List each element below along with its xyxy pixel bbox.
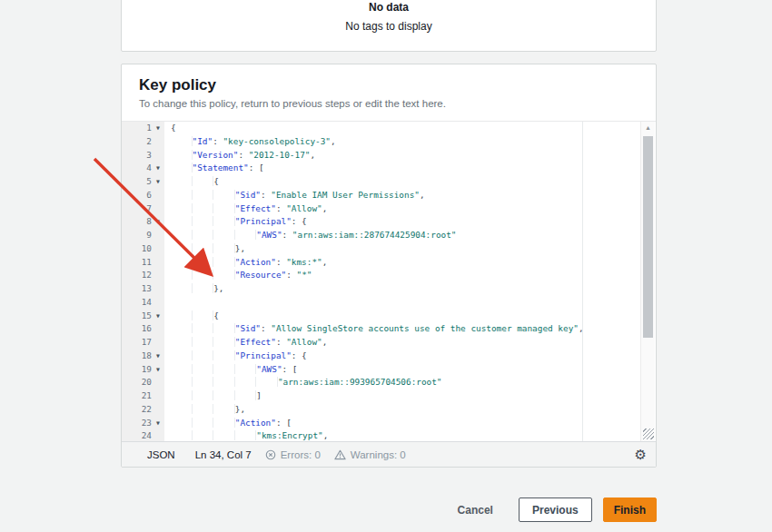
- fold-arrow-icon[interactable]: ▼: [152, 175, 164, 189]
- line-number: 19: [142, 363, 152, 377]
- gutter-line: 24: [122, 429, 164, 441]
- cancel-button[interactable]: Cancel: [450, 498, 500, 522]
- key-policy-title: Key policy: [139, 76, 638, 94]
- gutter-line: 2: [122, 135, 164, 149]
- code-line: "Effect": "Allow",: [171, 336, 640, 350]
- gutter-line: 11: [122, 256, 164, 270]
- code-line: "Sid": "Enable IAM User Permissions",: [171, 189, 640, 202]
- line-number: 24: [142, 429, 152, 441]
- page: No data No tags to display Key policy To…: [0, 0, 772, 532]
- gutter-line: 18▼: [122, 350, 164, 363]
- errors-label: Errors: 0: [281, 449, 321, 460]
- code-line: "AWS": "arn:aws:iam::287674425904:root": [171, 229, 640, 242]
- editor-resize-grip-icon[interactable]: [643, 429, 654, 439]
- code-line: "Statement": [: [171, 162, 640, 175]
- gutter-line: 12: [122, 269, 164, 282]
- line-number: 13: [142, 282, 152, 296]
- wizard-footer: Cancel Previous Finish: [121, 498, 657, 522]
- gutter-line: 19▼: [122, 363, 164, 377]
- gutter-line: 6: [122, 189, 164, 202]
- gear-icon: ⚙: [635, 447, 647, 462]
- code-line: "Principal": {: [171, 215, 640, 229]
- gutter-line: 23▼: [122, 417, 164, 430]
- code-line: },: [171, 403, 640, 417]
- code-line: },: [171, 242, 640, 256]
- fold-arrow-icon[interactable]: ▼: [152, 350, 164, 363]
- line-number: 18: [142, 350, 152, 363]
- gutter-line: 4▼: [122, 162, 164, 175]
- line-number: 7: [146, 202, 152, 216]
- editor-code-area[interactable]: { "Id": "key-consolepolicy-3", "Version"…: [164, 122, 640, 441]
- warnings-status: Warnings: 0: [334, 449, 406, 460]
- line-number: 9: [146, 229, 152, 242]
- gutter-line: 14: [122, 296, 164, 310]
- code-line: "Version": "2012-10-17",: [171, 149, 640, 163]
- gutter-line: 16: [122, 322, 164, 336]
- gutter-line: 9: [122, 229, 164, 242]
- code-line: "AWS": [: [171, 363, 640, 377]
- scrollbar-up-arrow-icon[interactable]: ▲: [641, 124, 655, 132]
- previous-button[interactable]: Previous: [519, 498, 592, 522]
- line-number: 14: [142, 296, 152, 310]
- line-number: 22: [142, 403, 152, 417]
- fold-arrow-icon[interactable]: ▼: [152, 310, 164, 323]
- code-line: [171, 296, 640, 310]
- line-number: 2: [146, 135, 152, 149]
- fold-arrow-icon[interactable]: ▼: [152, 122, 164, 135]
- editor-statusbar: JSON Ln 34, Col 7 Errors: 0 Warnings: 0 …: [122, 441, 656, 467]
- no-data-text: No data: [122, 1, 656, 14]
- code-line: "Id": "key-consolepolicy-3",: [171, 135, 640, 149]
- gutter-line: 10: [122, 242, 164, 256]
- no-tags-text: No tags to display: [122, 20, 656, 33]
- cursor-position-label: Ln 34, Col 7: [195, 449, 252, 460]
- finish-button[interactable]: Finish: [603, 498, 657, 522]
- line-number: 16: [142, 322, 152, 336]
- code-line: "Effect": "Allow",: [171, 202, 640, 216]
- key-policy-header: Key policy To change this policy, return…: [122, 64, 656, 122]
- fold-arrow-icon[interactable]: ▼: [152, 215, 164, 229]
- code-line: {: [171, 122, 640, 135]
- line-number: 11: [142, 256, 152, 270]
- code-line: {: [171, 175, 640, 189]
- line-number: 21: [142, 389, 152, 403]
- key-policy-panel: Key policy To change this policy, return…: [121, 64, 657, 468]
- line-number: 15: [142, 310, 152, 323]
- gutter-line: 21: [122, 389, 164, 403]
- code-line: "Resource": "*": [171, 269, 640, 282]
- editor-language-label: JSON: [147, 449, 175, 460]
- line-number: 17: [142, 336, 152, 350]
- fold-arrow-icon[interactable]: ▼: [152, 363, 164, 377]
- editor-settings-button[interactable]: ⚙: [635, 448, 647, 461]
- editor-gutter: 1▼234▼5▼678▼9101112131415▼161718▼19▼2021…: [122, 122, 164, 441]
- code-line: "Sid": "Allow SingleStore accounts use o…: [171, 322, 640, 336]
- gutter-line: 17: [122, 336, 164, 350]
- editor-scrollbar-thumb[interactable]: [643, 136, 653, 338]
- editor-print-margin: [582, 122, 583, 441]
- code-line: "Action": "kms:*",: [171, 256, 640, 270]
- line-number: 20: [142, 376, 152, 389]
- gutter-line: 22: [122, 403, 164, 417]
- key-policy-description: To change this policy, return to previou…: [139, 98, 638, 109]
- gutter-line: 20: [122, 376, 164, 389]
- editor-scrollbar[interactable]: ▲: [640, 122, 655, 441]
- code-line: ]: [171, 389, 640, 403]
- tags-empty-panel: No data No tags to display: [121, 0, 657, 52]
- gutter-line: 1▼: [122, 122, 164, 135]
- code-line: "kms:Encrypt",: [171, 429, 640, 441]
- gutter-line: 5▼: [122, 175, 164, 189]
- tags-empty-state: No data No tags to display: [122, 1, 656, 33]
- fold-arrow-icon[interactable]: ▼: [152, 162, 164, 175]
- error-circle-icon: [265, 449, 276, 460]
- code-line: {: [171, 310, 640, 323]
- code-line: "Action": [: [171, 417, 640, 430]
- gutter-line: 13: [122, 282, 164, 296]
- warning-triangle-icon: [334, 449, 346, 460]
- code-line: "arn:aws:iam::993965704506:root": [171, 376, 640, 389]
- fold-arrow-icon[interactable]: ▼: [152, 417, 164, 430]
- policy-editor[interactable]: 1▼234▼5▼678▼9101112131415▼161718▼19▼2021…: [122, 122, 656, 441]
- gutter-line: 15▼: [122, 310, 164, 323]
- line-number: 23: [142, 417, 152, 430]
- code-line: },: [171, 282, 640, 296]
- gutter-line: 8▼: [122, 215, 164, 229]
- line-number: 12: [142, 269, 152, 282]
